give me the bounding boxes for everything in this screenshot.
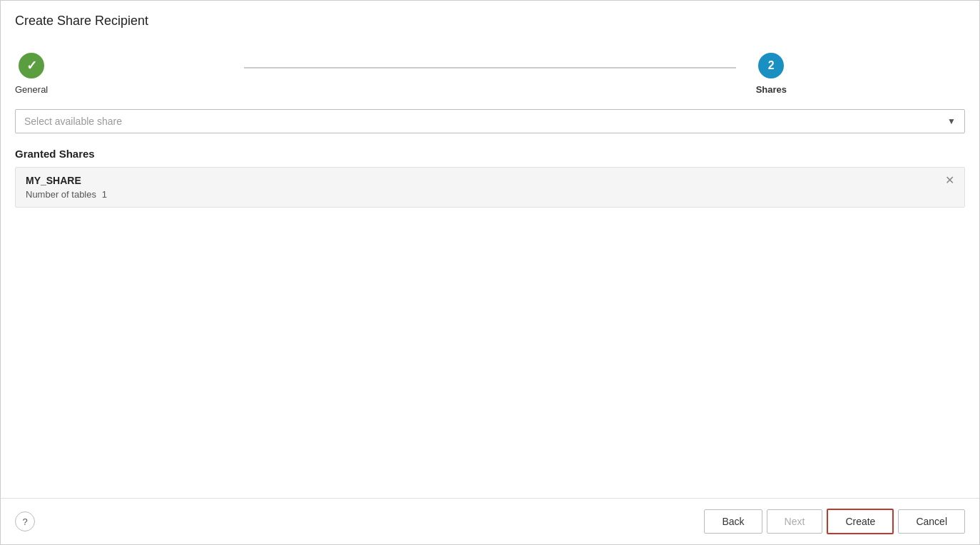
dialog-body: Select available share ▼ Granted Shares … (1, 109, 979, 498)
step-general-label: General (15, 84, 48, 95)
step-shares-number: 2 (768, 59, 775, 72)
footer-right: Back Next Create Cancel (704, 509, 965, 534)
back-button[interactable]: Back (704, 509, 762, 534)
create-share-recipient-dialog: Create Share Recipient ✓ General 2 Share… (0, 0, 980, 545)
select-available-share[interactable]: Select available share ▼ (15, 109, 965, 133)
select-placeholder: Select available share (24, 116, 122, 127)
step-general-circle: ✓ (19, 53, 44, 78)
dropdown-arrow-icon: ▼ (947, 116, 956, 126)
step-shares-circle: 2 (758, 53, 784, 78)
share-item-detail-value: 1 (102, 189, 107, 200)
next-button[interactable]: Next (767, 509, 823, 534)
step-shares: 2 Shares (756, 53, 787, 95)
share-item-detail-label: Number of tables (26, 189, 96, 200)
share-item: MY_SHARE Number of tables 1 ✕ (15, 167, 965, 208)
stepper: ✓ General 2 Shares (1, 39, 979, 109)
step-shares-label: Shares (756, 84, 787, 95)
dialog-footer: ? Back Next Create Cancel (1, 498, 979, 544)
help-button[interactable]: ? (15, 511, 35, 531)
create-button[interactable]: Create (827, 509, 894, 534)
step-general-check: ✓ (26, 58, 37, 73)
step-general: ✓ General (15, 53, 48, 95)
share-item-detail: Number of tables 1 (26, 189, 954, 200)
granted-shares-title: Granted Shares (15, 148, 965, 160)
cancel-button[interactable]: Cancel (898, 509, 965, 534)
share-item-name: MY_SHARE (26, 175, 954, 186)
stepper-track (244, 67, 736, 68)
share-item-close-icon[interactable]: ✕ (945, 175, 954, 186)
footer-left: ? (15, 511, 35, 531)
dialog-header: Create Share Recipient (1, 1, 979, 39)
dialog-title: Create Share Recipient (15, 14, 965, 29)
help-icon: ? (22, 516, 27, 527)
